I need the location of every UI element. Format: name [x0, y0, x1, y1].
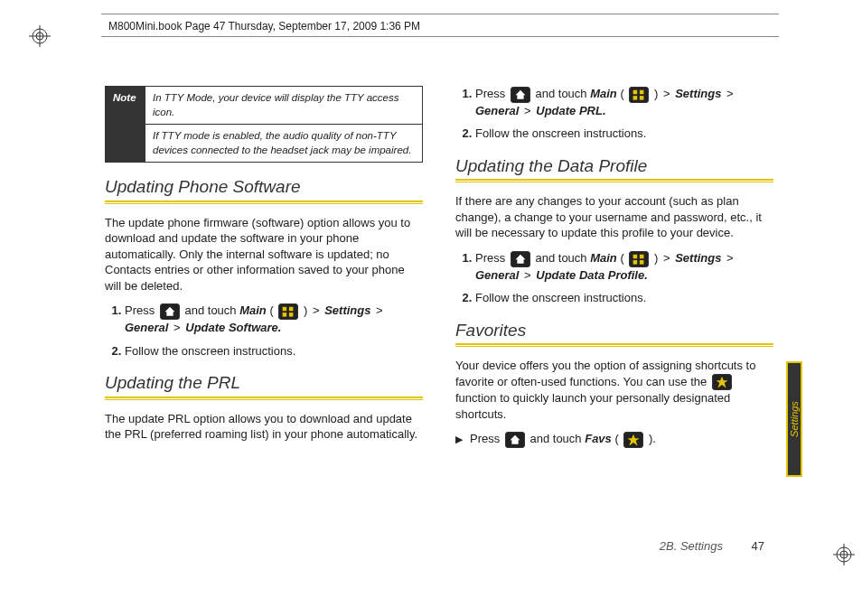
svg-rect-14 — [633, 96, 638, 100]
home-key-icon — [511, 87, 530, 103]
home-key-icon — [511, 251, 530, 267]
heading-rule — [455, 179, 773, 182]
svg-rect-19 — [640, 260, 644, 265]
main-menu-icon — [629, 87, 649, 103]
step-text: Press — [125, 303, 158, 317]
body-text-part: Your device offers you the option of ass… — [455, 359, 755, 388]
step-text: ( — [614, 432, 622, 445]
page-footer: 2B. Settings 47 — [660, 539, 764, 553]
registration-mark-icon — [833, 544, 855, 565]
step-1: Press and touch Main ( ) > Settings > Ge… — [125, 303, 423, 335]
menu-settings: Settings — [324, 303, 370, 317]
breadcrumb-sep: > — [522, 104, 533, 117]
breadcrumb-sep: > — [172, 321, 183, 334]
favs-icon — [623, 432, 643, 448]
header-rule — [101, 36, 779, 37]
step-text: ). — [645, 432, 656, 445]
svg-marker-20 — [716, 377, 727, 388]
main-menu-icon — [629, 251, 649, 267]
steps-list: Press and touch Main ( ) > Settings > Ge… — [455, 86, 773, 142]
page-content: Note In TTY Mode, your device will displ… — [105, 86, 773, 546]
svg-rect-8 — [283, 307, 287, 312]
step-text: and touch — [184, 303, 239, 317]
step-2: Follow the onscreen instructions. — [475, 290, 773, 306]
note-label: Note — [106, 87, 145, 163]
menu-settings: Settings — [675, 87, 721, 100]
menu-main: Main — [239, 303, 267, 317]
menu-general: General — [475, 268, 519, 282]
menu-favs: Favs — [585, 432, 612, 445]
steps-list: Press and touch Main ( ) > Settings > Ge… — [455, 250, 773, 306]
step-text: and touch — [535, 251, 590, 265]
side-tab-label: Settings — [789, 401, 800, 437]
right-column: Press and touch Main ( ) > Settings > Ge… — [455, 86, 773, 546]
svg-rect-10 — [283, 313, 287, 317]
note-box: Note In TTY Mode, your device will displ… — [105, 86, 423, 163]
step-text: and touch — [529, 432, 585, 445]
menu-update-data-profile: Update Data Profile. — [536, 268, 648, 282]
svg-marker-21 — [628, 434, 640, 446]
body-text-part: function to quickly launch your personal… — [455, 391, 730, 421]
left-column: Note In TTY Mode, your device will displ… — [105, 86, 423, 546]
step-text: ) — [651, 251, 661, 265]
step-text: Press — [475, 87, 509, 100]
side-tab-settings: Settings — [786, 361, 802, 477]
menu-general: General — [125, 321, 168, 334]
header-meta: M800Mini.book Page 47 Thursday, Septembe… — [108, 20, 420, 33]
heading-rule — [105, 397, 423, 400]
step-1: Press and touch Main ( ) > Settings > Ge… — [475, 250, 773, 283]
favs-icon — [712, 374, 732, 390]
menu-main: Main — [590, 87, 617, 100]
heading-rule — [455, 343, 773, 347]
registration-mark-icon — [29, 25, 51, 47]
menu-update-software: Update Software. — [185, 321, 281, 334]
svg-rect-18 — [633, 260, 638, 265]
step-text: ( — [620, 87, 627, 100]
step-2: Follow the onscreen instructions. — [125, 343, 423, 359]
body-text: Your device offers you the option of ass… — [455, 358, 773, 422]
svg-rect-17 — [640, 254, 644, 258]
main-menu-icon — [278, 303, 298, 320]
breadcrumb-sep: > — [725, 87, 736, 100]
breadcrumb-sep: > — [374, 303, 385, 317]
heading-updating-phone-software: Updating Phone Software — [105, 175, 423, 199]
step-text: Press — [475, 251, 509, 265]
breadcrumb-sep: > — [661, 87, 672, 100]
step-text: ) — [651, 87, 661, 100]
menu-update-prl: Update PRL. — [536, 104, 605, 117]
menu-settings: Settings — [675, 251, 721, 265]
svg-rect-15 — [640, 96, 644, 100]
svg-rect-9 — [289, 307, 294, 312]
body-text: The update PRL option allows you to down… — [105, 411, 423, 443]
heading-updating-data-profile: Updating the Data Profile — [455, 154, 773, 178]
menu-general: General — [475, 104, 519, 117]
breadcrumb-sep: > — [725, 251, 736, 265]
breadcrumb-sep: > — [311, 303, 322, 317]
step-text: and touch — [535, 87, 590, 100]
heading-favorites: Favorites — [455, 319, 773, 342]
step-text: Press — [470, 432, 503, 445]
step-text: ( — [620, 251, 627, 265]
note-text-1: In TTY Mode, your device will display th… — [145, 87, 423, 125]
heading-rule — [105, 201, 423, 204]
bullet-step: ▶ Press and touch Favs ( ). — [455, 431, 773, 448]
svg-rect-11 — [289, 313, 294, 317]
breadcrumb-sep: > — [661, 251, 672, 265]
triangle-bullet-icon: ▶ — [455, 433, 463, 446]
page-number: 47 — [752, 539, 764, 553]
step-text: ( — [269, 303, 276, 317]
svg-rect-13 — [640, 89, 644, 94]
home-key-icon — [160, 303, 180, 320]
body-text: The update phone firmware (software) opt… — [105, 215, 423, 294]
heading-updating-prl: Updating the PRL — [105, 371, 423, 395]
svg-rect-12 — [633, 89, 638, 94]
header-rule — [101, 14, 779, 14]
body-text: If there are any changes to your account… — [455, 193, 773, 241]
step-2: Follow the onscreen instructions. — [475, 126, 773, 142]
svg-rect-16 — [633, 254, 638, 258]
note-text-2: If TTY mode is enabled, the audio qualit… — [145, 125, 423, 163]
breadcrumb-sep: > — [522, 268, 533, 282]
step-text: ) — [300, 303, 311, 317]
step-1: Press and touch Main ( ) > Settings > Ge… — [475, 86, 773, 118]
menu-main: Main — [590, 251, 617, 265]
